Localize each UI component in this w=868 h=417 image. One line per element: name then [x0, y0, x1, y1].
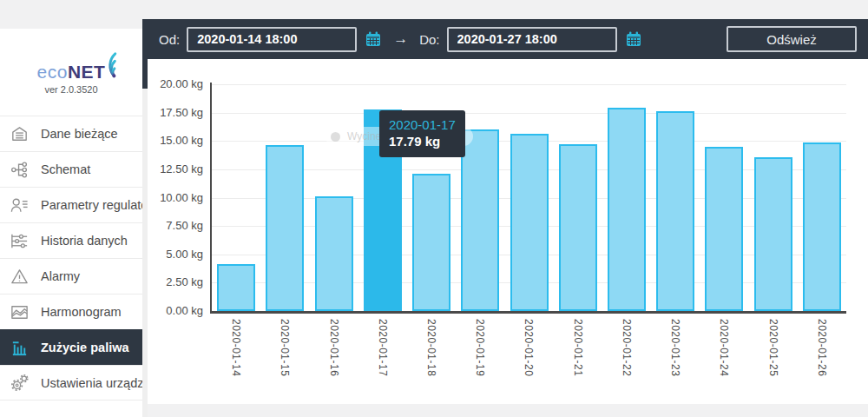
x-axis-labels: 2020-01-142020-01-152020-01-162020-01-17… [212, 319, 846, 388]
bar-2020-01-23[interactable] [656, 111, 694, 311]
y-tick-label: 0.00 kg [149, 304, 203, 318]
sidebar-item-label: Harmonogram [41, 305, 122, 319]
gridline [212, 84, 846, 85]
x-tick-label: 2020-01-16 [309, 319, 358, 388]
from-datetime-input[interactable] [187, 27, 357, 52]
tooltip-value: 17.79 kg [389, 133, 456, 150]
x-tick-label: 2020-01-19 [456, 319, 504, 388]
logo: ecoNET ver 2.0.3520 [0, 29, 142, 116]
user-params-icon [10, 195, 36, 215]
date-range-toolbar: Od: → Do: Odśwież [148, 19, 868, 59]
sidebar-item-label: Schemat [41, 162, 90, 176]
y-axis-line [210, 83, 212, 311]
bar-2020-01-15[interactable] [266, 145, 304, 311]
y-tick-label: 12.50 kg [149, 162, 203, 176]
main-content: 20.00 kg17.50 kg15.00 kg12.50 kg10.00 kg… [148, 59, 868, 404]
range-arrow: → [393, 30, 408, 48]
bar-chart-icon [10, 337, 36, 358]
y-tick-label: 2.50 kg [149, 275, 203, 289]
to-datetime-input[interactable] [447, 27, 617, 52]
y-tick-label: 10.00 kg [149, 191, 203, 205]
logo-version: ver 2.0.3520 [44, 84, 97, 95]
chart-tooltip: 2020-01-17 17.79 kg [379, 110, 465, 157]
sidebar: ecoNET ver 2.0.3520 Dane bieżąceSchematP… [0, 29, 142, 417]
bar-2020-01-16[interactable] [315, 196, 353, 311]
bar-2020-01-20[interactable] [510, 134, 549, 311]
bar-2020-01-18[interactable] [412, 174, 450, 311]
bar-2020-01-19[interactable] [461, 129, 499, 311]
sidebar-item-zuzycie-paliwa[interactable]: Zużycie paliwa [0, 329, 142, 365]
sidebar-item-label: Zużycie paliwa [41, 341, 129, 354]
bar-2020-01-26[interactable] [803, 142, 841, 311]
x-axis-line [210, 311, 846, 314]
logo-eco-text: eco [37, 62, 68, 83]
sidebar-item-dane-biezace[interactable]: Dane bieżące [0, 116, 142, 151]
tooltip-date: 2020-01-17 [389, 116, 456, 133]
sidebar-item-parametry-regulatora[interactable]: Parametry regulatora [0, 187, 142, 222]
sidebar-item-label: Historia danych [41, 234, 128, 248]
sidebar-item-label: Parametry regulatora [41, 198, 159, 212]
x-tick-label: 2020-01-24 [700, 319, 748, 388]
bar-2020-01-21[interactable] [559, 144, 597, 311]
sidebar-item-ustawienia-urzadzenia[interactable]: Ustawienia urządzenia [0, 365, 142, 400]
refresh-button[interactable]: Odśwież [727, 26, 857, 52]
gears-icon [10, 373, 36, 394]
y-tick-label: 15.00 kg [149, 134, 203, 148]
x-tick-label: 2020-01-26 [798, 319, 846, 388]
x-tick-label: 2020-01-22 [602, 319, 651, 388]
sidebar-item-historia-danych[interactable]: Historia danych [0, 222, 142, 258]
x-tick-label: 2020-01-23 [651, 319, 700, 388]
bar-2020-01-22[interactable] [608, 108, 646, 311]
from-label: Od: [159, 32, 180, 47]
x-tick-label: 2020-01-15 [260, 319, 309, 388]
home-list-icon [10, 123, 36, 144]
watermark-dot-icon [331, 132, 340, 142]
sliders-icon [10, 230, 36, 251]
to-label: Do: [419, 32, 439, 47]
gridline [212, 113, 846, 114]
bar-2020-01-14[interactable] [217, 264, 255, 311]
sidebar-item-alarmy[interactable]: Alarmy [0, 258, 142, 294]
to-calendar-icon[interactable] [625, 30, 642, 48]
y-tick-label: 5.00 kg [149, 248, 203, 261]
y-tick-label: 17.50 kg [149, 106, 203, 120]
chart-plot [212, 84, 846, 311]
sidebar-item-harmonogram[interactable]: Harmonogram [0, 294, 142, 329]
x-tick-label: 2020-01-18 [407, 319, 456, 388]
x-tick-label: 2020-01-21 [554, 319, 602, 388]
bar-2020-01-25[interactable] [754, 157, 792, 311]
schema-icon [10, 159, 36, 180]
sidebar-item-label: Alarmy [41, 269, 80, 283]
x-tick-label: 2020-01-14 [212, 319, 260, 388]
x-tick-label: 2020-01-25 [749, 319, 798, 388]
warning-icon [10, 266, 36, 287]
bar-2020-01-24[interactable] [705, 147, 743, 311]
y-tick-label: 7.50 kg [149, 219, 203, 233]
sidebar-item-label: Dane bieżące [41, 127, 118, 141]
area-chart-icon [10, 301, 36, 322]
x-tick-label: 2020-01-17 [358, 319, 407, 388]
sidebar-item-schemat[interactable]: Schemat [0, 151, 142, 187]
from-calendar-icon[interactable] [365, 30, 382, 48]
sidebar-menu: Dane bieżąceSchematParametry regulatoraH… [0, 116, 142, 400]
y-tick-label: 20.00 kg [149, 77, 203, 91]
x-tick-label: 2020-01-20 [504, 319, 553, 388]
